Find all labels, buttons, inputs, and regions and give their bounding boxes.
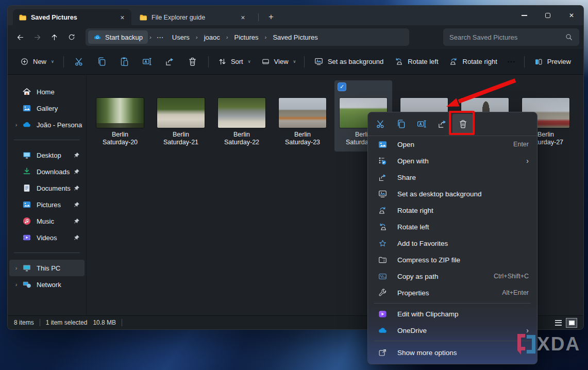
chevron-right-icon: › — [263, 34, 268, 40]
desktop-wallpaper: Saved Pictures ✕ File Explorer guide ✕ +… — [0, 0, 588, 370]
sidebar-item-onedrive-personal[interactable]: › João - Personal — [9, 116, 85, 133]
clipchamp-icon — [377, 309, 388, 319]
pin-icon — [73, 168, 80, 176]
folder-icon — [139, 13, 147, 22]
back-button[interactable] — [12, 29, 29, 46]
sidebar-item-documents[interactable]: Documents — [9, 180, 85, 196]
menu-item-set-desktop-background[interactable]: Set as desktop background — [370, 186, 535, 202]
rotate-left-icon — [377, 222, 388, 232]
downloads-icon — [22, 167, 31, 176]
close-button[interactable]: ✕ — [560, 6, 583, 25]
menu-item-properties[interactable]: Properties Alt+Enter — [370, 284, 535, 301]
tab-file-explorer-guide[interactable]: File Explorer guide ✕ — [133, 9, 252, 25]
expand-chevron-icon[interactable]: › — [12, 122, 20, 128]
sidebar-item-home[interactable]: Home — [9, 83, 85, 100]
desktop-icon — [22, 150, 31, 160]
pin-icon — [73, 217, 80, 225]
expand-chevron-icon[interactable]: › — [12, 281, 20, 288]
preview-button[interactable]: Preview — [529, 53, 576, 71]
sidebar-item-gallery[interactable]: Gallery — [9, 100, 85, 116]
breadcrumb-pictures[interactable]: Pictures — [230, 33, 263, 41]
tab-saved-pictures[interactable]: Saved Pictures ✕ — [13, 9, 131, 25]
menu-item-open[interactable]: Open Enter — [370, 136, 535, 153]
toolbar-divider — [63, 56, 64, 68]
menu-separator — [374, 303, 531, 304]
file-item[interactable]: BerlinSaturday-22 — [213, 80, 271, 152]
pin-icon — [73, 234, 80, 242]
folder-icon — [19, 13, 27, 22]
menu-item-edit-with-clipchamp[interactable]: Edit with Clipchamp — [370, 306, 535, 322]
tab-close-icon[interactable]: ✕ — [117, 12, 127, 22]
sidebar-item-downloads[interactable]: Downloads — [9, 163, 85, 180]
status-divider — [40, 319, 40, 326]
maximize-button[interactable] — [536, 6, 560, 25]
rename-button[interactable] — [411, 114, 432, 134]
view-button[interactable]: View ∨ — [256, 53, 301, 71]
more-options-button[interactable]: ⋯ — [502, 53, 520, 71]
breadcrumb[interactable]: Start backup › ⋯ Users › joaoc › Picture… — [86, 28, 409, 46]
forward-button[interactable] — [29, 29, 46, 46]
menu-item-add-to-favorites[interactable]: Add to Favorites — [370, 235, 535, 251]
show-more-options-icon — [377, 347, 388, 358]
photo-thumbnail — [218, 98, 265, 128]
menu-item-compress-zip[interactable]: Compress to ZIP file — [370, 251, 535, 268]
menu-item-rotate-right[interactable]: Rotate right — [370, 202, 535, 218]
file-item[interactable]: BerlinSaturday-20 — [91, 80, 149, 152]
minimize-button[interactable] — [512, 6, 536, 25]
window-controls: ✕ — [512, 6, 583, 25]
onedrive-icon — [377, 325, 388, 335]
thumbnail-view-toggle[interactable] — [566, 318, 577, 328]
sidebar-item-music[interactable]: Music — [9, 213, 85, 229]
sort-button[interactable]: Sort ∨ — [213, 53, 256, 71]
breadcrumb-saved-pictures[interactable]: Saved Pictures — [268, 33, 322, 41]
share-button[interactable] — [159, 53, 181, 71]
pin-icon — [73, 184, 80, 192]
menu-item-onedrive[interactable]: OneDrive › — [370, 322, 535, 339]
this-pc-icon — [22, 263, 31, 273]
menu-item-open-with[interactable]: Open with › — [370, 153, 535, 169]
file-item[interactable]: BerlinSaturday-21 — [152, 80, 210, 152]
copy-path-icon — [377, 271, 388, 281]
menu-item-show-more-options[interactable]: Show more options — [370, 343, 535, 362]
sidebar-item-desktop[interactable]: Desktop — [9, 147, 85, 163]
set-as-background-button[interactable]: Set as background — [309, 53, 389, 71]
delete-button[interactable] — [181, 53, 204, 71]
up-button[interactable] — [46, 29, 63, 46]
tab-close-icon[interactable]: ✕ — [238, 12, 248, 22]
toolbar-divider — [304, 56, 305, 68]
rotate-left-button[interactable]: Rotate left — [389, 53, 443, 71]
details-view-toggle[interactable] — [553, 318, 563, 327]
selection-checkbox[interactable]: ✓ — [338, 82, 346, 91]
cut-button[interactable] — [68, 53, 91, 71]
expand-chevron-icon[interactable]: › — [12, 265, 20, 271]
sidebar-item-this-pc[interactable]: › This PC — [9, 260, 85, 276]
xda-bracket-right-icon — [527, 335, 535, 354]
copy-button[interactable] — [391, 114, 411, 134]
sidebar-item-videos[interactable]: Videos — [9, 229, 85, 246]
menu-item-copy-as-path[interactable]: Copy as path Ctrl+Shift+C — [370, 268, 535, 284]
cut-button[interactable] — [370, 114, 391, 134]
breadcrumb-overflow-button[interactable]: ⋯ — [153, 33, 167, 41]
breadcrumb-users[interactable]: Users — [167, 33, 194, 41]
rename-button[interactable] — [136, 53, 159, 71]
menu-item-rotate-left[interactable]: Rotate left — [370, 218, 535, 235]
chevron-right-icon: › — [225, 34, 230, 40]
sidebar-item-pictures[interactable]: Pictures — [9, 196, 85, 213]
rotate-right-button[interactable]: Rotate right — [444, 53, 502, 71]
file-item[interactable]: BerlinSaturday-23 — [274, 80, 331, 152]
copy-button[interactable] — [91, 53, 113, 71]
menu-item-share[interactable]: Share — [370, 169, 535, 186]
xda-watermark: XDA — [516, 333, 580, 356]
breadcrumb-joaoc[interactable]: joaoc — [199, 33, 225, 41]
sidebar-item-network[interactable]: › Network — [9, 276, 85, 293]
selected-size: 10.8 MB — [93, 319, 116, 326]
paste-button[interactable] — [113, 53, 136, 71]
new-button[interactable]: New ∨ — [15, 53, 59, 71]
context-menu: Open Enter Open with › Share Set as desk… — [367, 112, 537, 364]
start-backup-chip[interactable]: Start backup — [88, 30, 148, 44]
wrench-icon — [377, 288, 388, 298]
refresh-button[interactable] — [63, 29, 80, 46]
new-tab-button[interactable]: + — [264, 10, 278, 24]
pin-icon — [73, 201, 80, 209]
search-input[interactable] — [449, 33, 561, 41]
